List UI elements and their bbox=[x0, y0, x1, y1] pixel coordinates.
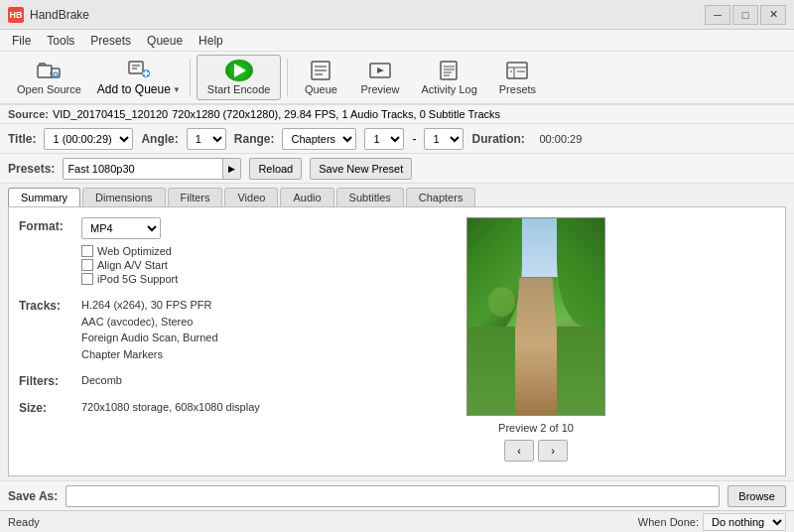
range-start-select[interactable]: 1 bbox=[364, 128, 404, 150]
range-type-select[interactable]: Chapters bbox=[282, 128, 356, 150]
size-row: Size: 720x1080 storage, 608x1080 display bbox=[19, 399, 277, 416]
add-queue-label-row: Add to Queue ▼ bbox=[97, 82, 181, 96]
preview-panel: Preview 2 of 10 ‹ › bbox=[297, 217, 775, 466]
preview-nav: ‹ › bbox=[504, 440, 568, 462]
menu-tools[interactable]: Tools bbox=[39, 30, 82, 51]
filters-value: Decomb bbox=[81, 372, 122, 389]
add-queue-dropdown-arrow[interactable]: ▼ bbox=[173, 85, 181, 94]
maximize-button[interactable]: □ bbox=[732, 5, 758, 25]
ipod-label: iPod 5G Support bbox=[97, 273, 178, 285]
park-trees-right bbox=[557, 218, 604, 327]
start-encode-button[interactable]: Start Encode bbox=[197, 55, 282, 100]
save-new-preset-button[interactable]: Save New Preset bbox=[310, 158, 412, 180]
save-as-label: Save As: bbox=[8, 489, 58, 503]
app-icon-text: HB bbox=[10, 10, 23, 20]
open-source-icon bbox=[37, 60, 61, 81]
start-encode-icon bbox=[225, 60, 253, 81]
preview-button[interactable]: Preview bbox=[351, 55, 408, 100]
save-as-input[interactable] bbox=[66, 485, 720, 507]
source-details: 720x1280 (720x1280), 29.84 FPS, 1 Audio … bbox=[172, 108, 500, 120]
close-button[interactable]: ✕ bbox=[760, 5, 786, 25]
menu-file[interactable]: File bbox=[4, 30, 39, 51]
svg-rect-3 bbox=[129, 62, 143, 73]
queue-icon bbox=[309, 60, 332, 81]
when-done: When Done: Do nothing bbox=[638, 513, 786, 531]
tab-subtitles[interactable]: Subtitles bbox=[336, 188, 404, 206]
open-source-button[interactable]: Open Source bbox=[8, 55, 90, 100]
duration-label: Duration: bbox=[471, 132, 531, 146]
browse-button[interactable]: Browse bbox=[728, 485, 786, 507]
preview-label: Preview bbox=[360, 83, 399, 95]
svg-marker-14 bbox=[377, 67, 384, 73]
app-title: HandBrake bbox=[30, 8, 705, 22]
format-row: Format: MP4 Web Optimized Align A/V Star… bbox=[19, 217, 277, 287]
filters-row: Filters: Decomb bbox=[19, 372, 277, 389]
activity-log-button[interactable]: Activity Log bbox=[413, 55, 486, 100]
range-label: Range: bbox=[234, 132, 275, 146]
presets-field-label: Presets: bbox=[8, 162, 55, 176]
preview-prev-button[interactable]: ‹ bbox=[504, 440, 534, 462]
menu-queue[interactable]: Queue bbox=[139, 30, 191, 51]
minimize-button[interactable]: ─ bbox=[705, 5, 730, 25]
tab-summary[interactable]: Summary bbox=[8, 188, 80, 206]
status-text: Ready bbox=[8, 516, 40, 528]
queue-button[interactable]: Queue bbox=[294, 55, 347, 100]
ipod-row: iPod 5G Support bbox=[81, 273, 178, 285]
web-optimized-label: Web Optimized bbox=[97, 245, 172, 257]
presets-icon bbox=[505, 60, 529, 81]
when-done-select[interactable]: Do nothing bbox=[703, 513, 786, 531]
duration-value: 00:00:29 bbox=[539, 133, 582, 145]
preview-icon bbox=[368, 60, 392, 81]
format-controls: MP4 Web Optimized Align A/V Start bbox=[81, 217, 178, 287]
preset-input[interactable] bbox=[64, 159, 222, 179]
angle-label: Angle: bbox=[141, 132, 178, 146]
size-label: Size: bbox=[19, 399, 73, 415]
source-label: Source: bbox=[8, 108, 49, 120]
range-end-select[interactable]: 1 bbox=[424, 128, 463, 150]
title-select[interactable]: 1 (00:00:29) bbox=[44, 128, 133, 150]
tab-audio[interactable]: Audio bbox=[280, 188, 333, 206]
title-bar: HB HandBrake ─ □ ✕ bbox=[0, 0, 794, 30]
ipod-checkbox[interactable] bbox=[81, 273, 93, 285]
tracks-row: Tracks: H.264 (x264), 30 FPS PFR AAC (av… bbox=[19, 297, 277, 362]
preset-arrow-button[interactable]: ▶ bbox=[222, 158, 240, 180]
presets-row: Presets: ▶ Reload Save New Preset bbox=[0, 154, 794, 184]
window-controls: ─ □ ✕ bbox=[705, 5, 786, 25]
summary-left-panel: Format: MP4 Web Optimized Align A/V Star… bbox=[19, 217, 277, 466]
menu-help[interactable]: Help bbox=[191, 30, 231, 51]
tracks-label: Tracks: bbox=[19, 297, 73, 313]
play-triangle bbox=[234, 64, 246, 77]
add-queue-icon bbox=[127, 59, 151, 80]
tab-video[interactable]: Video bbox=[224, 188, 278, 206]
toolbar: Open Source Add to Queue ▼ Start Encode bbox=[0, 52, 794, 105]
web-optimized-checkbox[interactable] bbox=[81, 245, 93, 257]
add-to-queue-button[interactable]: Add to Queue ▼ bbox=[94, 55, 184, 100]
main-content: Summary Dimensions Filters Video Audio S… bbox=[0, 184, 794, 480]
queue-label: Queue bbox=[305, 83, 337, 95]
format-select[interactable]: MP4 bbox=[81, 217, 161, 239]
summary-tab-content: Format: MP4 Web Optimized Align A/V Star… bbox=[8, 206, 786, 476]
reload-button[interactable]: Reload bbox=[249, 158, 302, 180]
when-done-label: When Done: bbox=[638, 516, 699, 528]
filters-label: Filters: bbox=[19, 372, 73, 388]
tab-chapters[interactable]: Chapters bbox=[406, 188, 476, 206]
bottom-bar: Save As: Browse bbox=[0, 480, 794, 510]
track-line-2: Foreign Audio Scan, Burned bbox=[81, 330, 218, 346]
title-row: Title: 1 (00:00:29) Angle: 1 Range: Chap… bbox=[0, 124, 794, 154]
angle-select[interactable]: 1 bbox=[187, 128, 226, 150]
align-av-label: Align A/V Start bbox=[97, 259, 168, 271]
align-av-checkbox[interactable] bbox=[81, 259, 93, 271]
tab-bar: Summary Dimensions Filters Video Audio S… bbox=[0, 184, 794, 206]
activity-log-label: Activity Log bbox=[422, 83, 477, 95]
preset-field: ▶ bbox=[63, 158, 241, 180]
track-line-3: Chapter Markers bbox=[81, 346, 218, 363]
tab-dimensions[interactable]: Dimensions bbox=[82, 188, 165, 206]
park-grass-right bbox=[557, 327, 604, 415]
presets-button[interactable]: Presets bbox=[490, 55, 545, 100]
track-line-1: AAC (avcodec), Stereo bbox=[81, 314, 218, 331]
menu-presets[interactable]: Presets bbox=[82, 30, 139, 51]
tab-filters[interactable]: Filters bbox=[168, 188, 223, 206]
toolbar-sep-1 bbox=[190, 59, 191, 96]
app-icon: HB bbox=[8, 7, 24, 23]
preview-next-button[interactable]: › bbox=[538, 440, 568, 462]
